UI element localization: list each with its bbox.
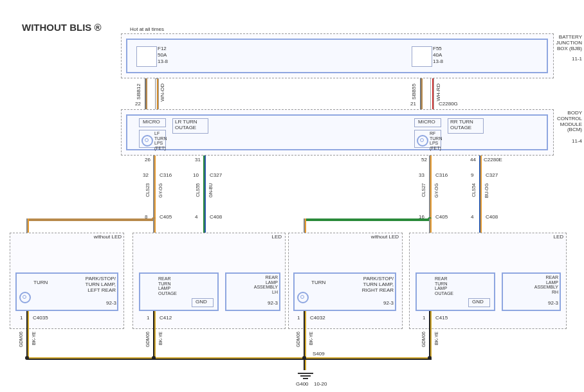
pin-c405b: C405	[435, 214, 448, 220]
grn-h-right	[304, 218, 432, 221]
pin-c4032b: C4032	[310, 315, 325, 321]
lbl-gnbu-t: GN-BU	[208, 183, 214, 198]
bcm-ref: 11-4	[555, 139, 582, 145]
parkstop-l: PARK/STOP/ TURN LAMP, LEFT REAR	[64, 276, 116, 293]
lbl-wnod: WN-OD	[160, 84, 166, 102]
pin-c408b: C408	[486, 214, 498, 220]
gnd-drop-1	[26, 311, 29, 357]
lbl-buog-t: BU-OG	[484, 183, 489, 198]
gdm06-3: GDM06	[296, 332, 301, 347]
fuse-f12-amp: 50A	[158, 53, 167, 58]
pin-c316b: C316	[435, 172, 448, 178]
pin-c415b: C415	[435, 315, 448, 321]
mod3-led: without LED	[364, 235, 399, 240]
pin-31: 31	[195, 157, 201, 163]
fuse-f55	[412, 46, 432, 67]
fuse-f55-name: F55	[433, 46, 442, 52]
wire-cls23-top	[153, 156, 156, 218]
bjb-inner	[126, 39, 548, 73]
bkye-4: BK-YE	[434, 332, 439, 345]
s409: S409	[313, 351, 325, 357]
gj2	[152, 356, 156, 360]
gdm06-1: GDM06	[19, 332, 24, 347]
fuse-f12	[136, 46, 157, 67]
wire-cls27-top	[429, 156, 432, 218]
mod2-led: LED	[265, 235, 282, 240]
pin-c408: C408	[210, 214, 222, 220]
lbl-gyog-t: GY-OG	[158, 183, 163, 198]
pin-c327-9: 9	[471, 172, 473, 178]
lbl-cls54-t: CLS54	[471, 183, 477, 197]
pin-c408-4: 4	[195, 214, 197, 220]
ref-l: 92-3	[93, 301, 116, 307]
lbl-cls27-t: CLS27	[421, 183, 426, 197]
pin-52: 52	[421, 157, 427, 163]
lbl-sbb55: SBB55	[412, 84, 417, 100]
lbl-cls55-t: CLS55	[196, 183, 201, 197]
lf-fet-icon	[141, 135, 153, 147]
g400-ref: 10-20	[314, 382, 327, 388]
lf-lbl: LF TURN LPS (FET)	[154, 131, 167, 151]
bkye-2: BK-YE	[158, 332, 163, 345]
g400: G400	[296, 382, 309, 388]
lr-turn: LR TURN OUTAGE	[175, 120, 197, 131]
pin-bjb-r: 21	[410, 101, 416, 107]
lbl-cls23-t: CLS23	[145, 183, 151, 197]
pin-c327b: C327	[486, 172, 498, 178]
bjb-name: BATTERY JUNCTION BOX (BJB)	[555, 35, 582, 51]
fuse-f55-amp: 40A	[433, 53, 442, 58]
pin-c4035-1: 1	[20, 315, 23, 321]
wire-whrd	[430, 78, 434, 112]
rf-lbl: RF TURN LPS (FET)	[430, 131, 442, 151]
pin-c2280e: C2280E	[484, 157, 502, 163]
pin-26: 26	[145, 157, 151, 163]
pin-c2280g: C2280G	[439, 101, 458, 107]
wire-sbb55	[420, 78, 423, 112]
pin-c4035b: C4035	[33, 315, 48, 321]
mod4-led: LED	[547, 235, 563, 240]
lbl-sbb12: SBB12	[136, 84, 142, 100]
turn-lbl-2: TURN	[311, 280, 325, 286]
pin-c408-4b: 4	[471, 214, 473, 220]
pin-c412-1: 1	[147, 315, 149, 321]
rla-rh: REAR LAMP ASSEMBLY RH	[504, 275, 558, 295]
gj3	[302, 356, 306, 360]
wire-sbb12	[145, 78, 147, 112]
gnd-l: GND	[196, 299, 207, 305]
rr-turn: RR TURN OUTAGE	[450, 120, 473, 131]
pin-c415-1: 1	[423, 315, 425, 321]
pin-c4032-1: 1	[297, 315, 300, 321]
rla-lh: REAR LAMP ASSEMBLY LH	[228, 275, 278, 295]
fuse-f12-name: F12	[158, 46, 167, 52]
pin-c316-32: 32	[143, 172, 149, 178]
pin-c316-33: 33	[419, 172, 424, 178]
gj1	[25, 356, 29, 360]
tan-h-left	[26, 218, 156, 221]
pin-c405: C405	[160, 214, 172, 220]
gnd-drop-3	[304, 311, 306, 370]
micro-l: MICRO	[143, 120, 160, 125]
fuse-f12-ref: 13-8	[158, 59, 168, 65]
fuse-f55-ref: 13-8	[433, 59, 443, 65]
ref-r: 92-3	[370, 301, 394, 307]
pin-c316: C316	[160, 172, 172, 178]
bkye-1: BK-YE	[32, 332, 37, 345]
pin-c412b: C412	[160, 315, 172, 321]
bkye-3: BK-YE	[309, 332, 314, 345]
gnd-drop-4	[429, 311, 432, 357]
gdm06-2: GDM06	[145, 332, 151, 347]
gnd-drop-2	[153, 311, 156, 357]
rf-fet-icon	[417, 135, 428, 147]
lbl-gyog-t2: GY-OG	[434, 183, 439, 198]
parkstop-r: PARK/STOP/ TURN LAMP, RIGHT REAR	[341, 276, 394, 293]
mod1-led: without LED	[87, 235, 122, 240]
hot-label: Hot at all times	[130, 27, 164, 33]
gdm06-4: GDM06	[421, 332, 426, 347]
pin-bjb-l: 22	[135, 101, 141, 107]
ref-rh: 92-3	[535, 301, 558, 307]
ref-lh: 92-3	[255, 301, 278, 307]
micro-r: MICRO	[418, 120, 435, 125]
rearOutage-r: REAR TURN LAMP OUTAGE	[435, 276, 453, 296]
ground-icon	[296, 371, 315, 380]
wiring-diagram: { "title": "WITHOUT BLIS ®", "hot": "Hot…	[0, 0, 584, 392]
